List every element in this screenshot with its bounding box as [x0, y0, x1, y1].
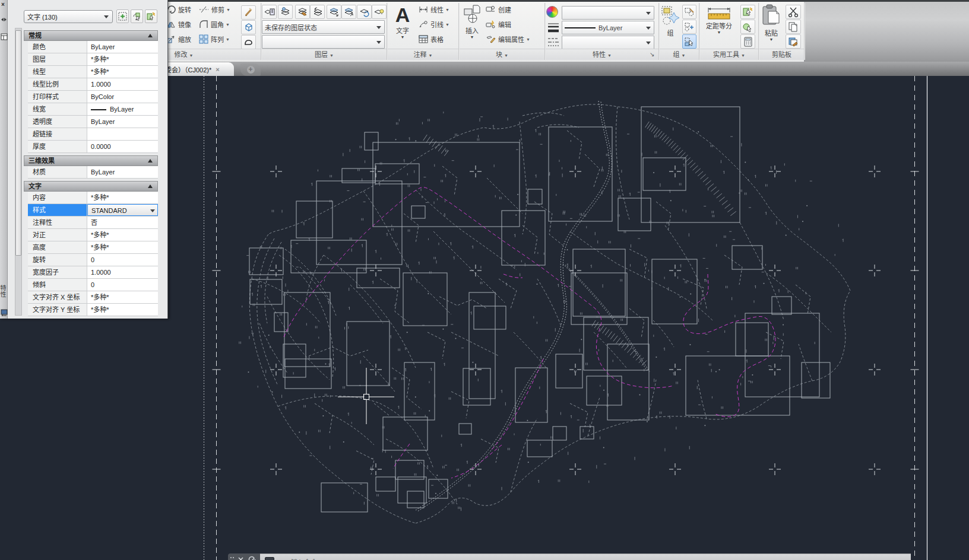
lineweight-combo[interactable]: ByLayer: [562, 21, 654, 34]
property-value[interactable]: 1.0000: [87, 266, 158, 278]
edit-attributes-button[interactable]: 编辑属性 ▼: [486, 34, 530, 44]
palette-scrollbar[interactable]: [15, 28, 22, 316]
paste-big-button[interactable]: 粘贴 ▼: [759, 4, 783, 49]
leader-dropdown-arrow[interactable]: ▼: [445, 23, 449, 27]
palette-close-icon[interactable]: ×: [1, 2, 7, 8]
command-line-dock[interactable]: ▮ 键入命令: [228, 553, 911, 560]
measure-big-button[interactable]: 定距等分 ▼: [700, 4, 738, 49]
property-row-超链接[interactable]: 超链接: [28, 128, 158, 141]
fillet-button[interactable]: 圆角 ▼: [199, 20, 230, 29]
property-row-旋转[interactable]: 旋转0: [28, 254, 158, 266]
property-value[interactable]: ByLayer: [87, 41, 158, 53]
property-row-注释性[interactable]: 注释性否: [28, 217, 158, 229]
annotate-panel-label[interactable]: 注释 ▼: [388, 49, 458, 60]
property-row-颜色[interactable]: 颜色ByLayer: [28, 41, 158, 53]
property-row-透明度[interactable]: 透明度ByLayer: [28, 116, 158, 128]
palette-section-header[interactable]: 三维效果: [24, 155, 158, 166]
pickadd-toggle-button[interactable]: [116, 9, 129, 23]
command-close-icon[interactable]: [239, 558, 243, 560]
linetype-combo[interactable]: [562, 36, 654, 49]
lineweight-icon[interactable]: [547, 21, 560, 34]
edit-attributes-dropdown-arrow[interactable]: ▼: [526, 37, 530, 42]
property-value[interactable]: *多种*: [87, 229, 158, 241]
scale-button[interactable]: 缩放: [166, 34, 191, 44]
command-wrench-icon[interactable]: [249, 556, 255, 560]
table-button[interactable]: 表格: [419, 34, 444, 44]
group-edit-button[interactable]: [682, 20, 696, 34]
group-select-toggle-button[interactable]: [682, 34, 696, 49]
rotate-button[interactable]: 旋转: [166, 5, 191, 14]
layer-properties-button[interactable]: [262, 5, 277, 19]
layer-isolate-button[interactable]: [295, 5, 310, 19]
match-properties-button[interactable]: [241, 5, 256, 20]
property-row-倾斜[interactable]: 倾斜0: [28, 279, 158, 291]
array-dropdown-arrow[interactable]: ▼: [226, 37, 230, 42]
property-value[interactable]: ByLayer: [87, 116, 158, 128]
property-value[interactable]: ByLayer: [87, 103, 158, 115]
utilities-panel-label[interactable]: 实用工具 ▼: [700, 49, 758, 60]
ungroup-button[interactable]: [682, 5, 696, 19]
layer-freeze-button[interactable]: [327, 5, 341, 19]
property-value[interactable]: ByLayer: [87, 166, 158, 178]
layer-lamp-button[interactable]: [372, 5, 387, 19]
block-panel-label[interactable]: 块 ▼: [460, 49, 544, 60]
block-edit-button[interactable]: 编辑: [486, 20, 511, 29]
property-value[interactable]: 1.0000: [87, 78, 158, 90]
linear-dropdown-arrow[interactable]: ▼: [445, 8, 449, 12]
group-big-button[interactable]: 组: [660, 4, 681, 49]
quick-select-palette-button[interactable]: [145, 9, 157, 23]
property-value[interactable]: ByColor: [87, 91, 158, 103]
trim-dropdown-arrow[interactable]: ▼: [226, 8, 230, 12]
property-value[interactable]: [87, 128, 158, 140]
cut-button[interactable]: [786, 5, 801, 19]
layer-match-button[interactable]: [357, 5, 372, 19]
copy-button[interactable]: [786, 20, 801, 34]
palette-bottom-icon[interactable]: [1, 309, 8, 316]
palette-autohide-icon[interactable]: [1, 17, 7, 23]
paste-special-button[interactable]: [786, 34, 801, 49]
property-value[interactable]: *多种*: [87, 66, 158, 78]
layer-on-button[interactable]: [278, 5, 293, 19]
insert-big-button[interactable]: 插入 ▼: [461, 4, 483, 49]
property-value[interactable]: *多种*: [87, 192, 158, 203]
text-big-button[interactable]: A 文字 ▼: [389, 4, 416, 49]
layer-unisolate-button[interactable]: [310, 5, 325, 19]
array-button[interactable]: 阵列 ▼: [199, 34, 230, 44]
property-row-宽度因子[interactable]: 宽度因子1.0000: [28, 266, 158, 279]
property-value[interactable]: 0.0000: [87, 141, 158, 152]
command-dock-grip[interactable]: [228, 553, 260, 560]
drawing-tab-active[interactable]: 委会）（CJ002)* ×: [160, 62, 234, 76]
property-value[interactable]: *多种*: [87, 241, 158, 253]
property-row-线宽[interactable]: 线宽ByLayer: [28, 103, 158, 116]
property-row-高度[interactable]: 高度*多种*: [28, 241, 158, 254]
property-row-厚度[interactable]: 厚度0.0000: [28, 141, 158, 153]
selection-type-combo[interactable]: 文字 (130): [24, 10, 113, 23]
fillet-dropdown-arrow[interactable]: ▼: [226, 23, 230, 27]
color-wheel-icon[interactable]: [546, 6, 559, 19]
property-row-文字对齐 Y 坐标[interactable]: 文字对齐 Y 坐标*多种*: [28, 304, 158, 316]
property-value[interactable]: 0: [87, 254, 158, 266]
layer-combo[interactable]: [262, 35, 385, 49]
layer-lock-button[interactable]: [341, 5, 356, 19]
palette-properties-icon[interactable]: [1, 33, 8, 40]
property-row-内容[interactable]: 内容*多种*: [28, 192, 158, 204]
property-row-打印样式[interactable]: 打印样式ByColor: [28, 91, 158, 103]
quick-select-button[interactable]: [740, 5, 755, 19]
layer-state-combo[interactable]: 未保存的图层状态: [262, 20, 385, 34]
group-panel-label[interactable]: 组 ▼: [660, 49, 699, 60]
object-color-combo[interactable]: [562, 6, 654, 20]
property-value[interactable]: 0: [87, 279, 158, 291]
value-dropdown-arrow[interactable]: [150, 209, 155, 212]
new-drawing-tab-button[interactable]: +: [240, 63, 261, 76]
property-row-文字对齐 X 坐标[interactable]: 文字对齐 X 坐标*多种*: [28, 291, 158, 304]
select-objects-button[interactable]: [131, 9, 143, 23]
property-row-样式[interactable]: 样式STANDARD: [28, 204, 158, 217]
tab-close-icon[interactable]: ×: [216, 66, 219, 73]
quick-calculator-button[interactable]: [740, 34, 755, 49]
edit-3d-button[interactable]: [241, 20, 256, 34]
palette-scrollbar-thumb[interactable]: [15, 30, 21, 256]
property-value[interactable]: STANDARD: [87, 204, 158, 216]
properties-panel-label[interactable]: 特性 ▼: [546, 49, 658, 60]
block-create-button[interactable]: 创建: [486, 5, 511, 14]
property-row-材质[interactable]: 材质ByLayer: [28, 166, 158, 179]
